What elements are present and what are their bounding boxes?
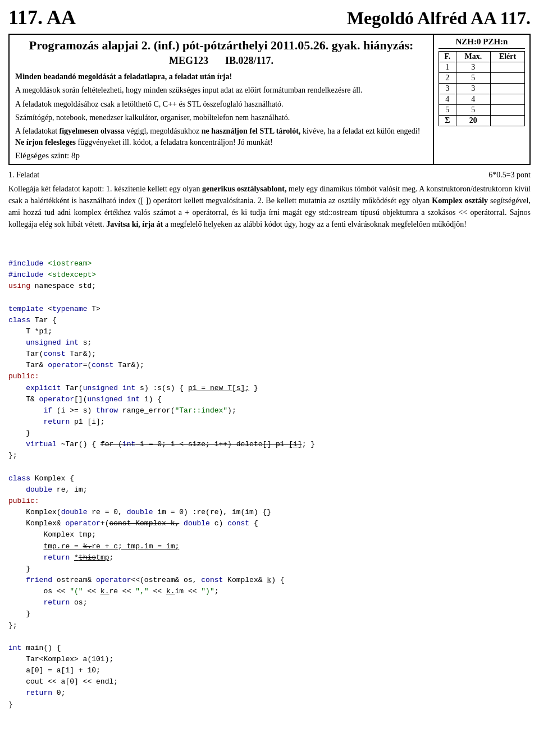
col-elert: Elért [491, 52, 525, 62]
score-table: F. Max. Elért 13 25 33 44 [438, 51, 525, 126]
meg-id: MEG123 [169, 55, 208, 67]
right-score-section: NZH:0 PZH:n F. Max. Elért 13 25 33 [434, 35, 529, 164]
title-right: Megoldó Alfréd AA 117. [347, 8, 531, 29]
score-row-sigma: Σ20 [439, 116, 525, 126]
exam-info-box: Programozás alapjai 2. (inf.) pót-pótzár… [8, 34, 531, 165]
score-row-2: 25 [439, 73, 525, 84]
feladat-title: 1. Feladat [8, 171, 39, 180]
exam-ids: MEG123 IB.028/117. [15, 55, 427, 67]
instruction-5: A feladatokat figyelmesen olvassa végigl… [15, 126, 427, 149]
instruction-2: A megoldások során feltételezheti, hogy … [15, 85, 427, 96]
problem-paragraph-1: Kollegája két feladatot kapott: 1. készí… [8, 183, 531, 230]
nzh-label: NZH:0 PZH:n [438, 37, 525, 49]
instruction-3: A feladatok megoldásához csak a letölthe… [15, 99, 427, 110]
feladat-header: 1. Feladat 6*0.5=3 pont [8, 171, 531, 180]
score-row-5: 55 [439, 105, 525, 116]
page-header: 117. AA Megoldó Alfréd AA 117. [8, 6, 531, 29]
feladat-points: 6*0.5=3 pont [488, 171, 531, 180]
score-row-3: 33 [439, 84, 525, 94]
col-f: F. [439, 52, 456, 62]
title-left: 117. AA [8, 6, 76, 29]
score-row-4: 44 [439, 94, 525, 105]
score-row-1: 13 [439, 62, 525, 73]
left-info-section: Programozás alapjai 2. (inf.) pót-pótzár… [10, 35, 434, 164]
problem-text: Kollegája két feladatot kapott: 1. készí… [8, 183, 531, 230]
elgseges-row: Elégséges szint: 8p [15, 151, 427, 161]
exam-subtitle: Programozás alapjai 2. (inf.) pót-pótzár… [15, 38, 427, 53]
instructions-block: Minden beadandó megoldását a feladatlapr… [15, 71, 427, 149]
instruction-1: Minden beadandó megoldását a feladatlapr… [15, 71, 427, 83]
elgseges-text: Elégséges szint: 8p [15, 151, 80, 161]
ib-id: IB.028/117. [225, 55, 273, 67]
col-max: Max. [456, 52, 490, 62]
code-block: #include <iostream> #include <stdexcept>… [8, 236, 531, 711]
instruction-4: Számítógép, notebook, menedzser kalkulát… [15, 112, 427, 123]
